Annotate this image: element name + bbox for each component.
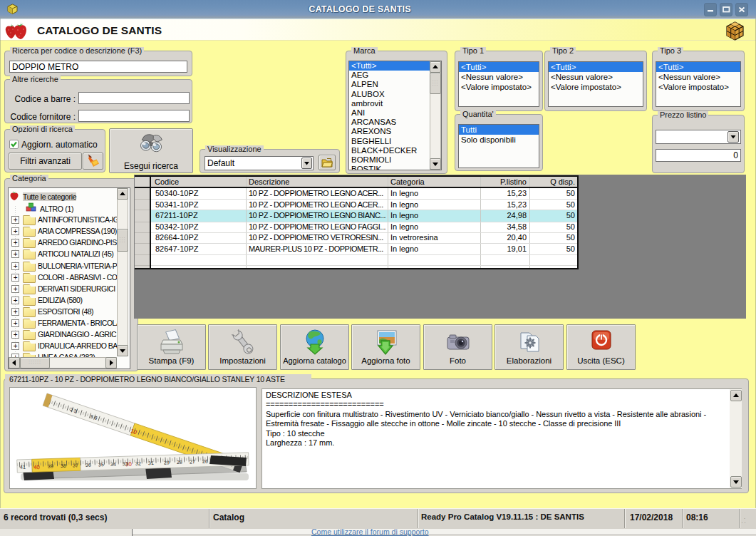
svg-text:34: 34 xyxy=(110,462,116,467)
svg-text:29: 29 xyxy=(164,460,170,465)
svg-text:27: 27 xyxy=(190,459,195,464)
svg-text:31: 31 xyxy=(148,460,154,465)
svg-text:37: 37 xyxy=(73,463,78,468)
svg-text:39: 39 xyxy=(48,463,53,468)
svg-text:38: 38 xyxy=(61,463,66,468)
svg-text:26: 26 xyxy=(202,459,208,464)
svg-text:32: 32 xyxy=(135,461,141,466)
svg-text:35: 35 xyxy=(98,462,104,467)
svg-text:41: 41 xyxy=(20,465,26,470)
svg-text:28: 28 xyxy=(177,460,182,465)
svg-text:40: 40 xyxy=(33,464,41,470)
svg-text:33: 33 xyxy=(123,461,128,466)
svg-text:36: 36 xyxy=(86,463,91,468)
